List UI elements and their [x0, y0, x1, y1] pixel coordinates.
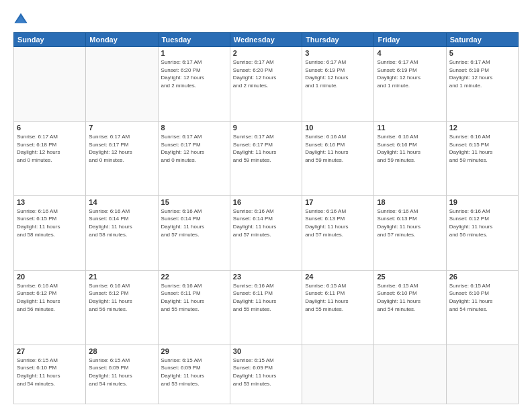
day-detail: Sunrise: 6:17 AMSunset: 6:19 PMDaylight:… [377, 58, 443, 89]
day-header-friday: Friday [374, 33, 446, 47]
day-number: 4 [377, 49, 443, 57]
day-detail: Sunrise: 6:17 AMSunset: 6:17 PMDaylight:… [89, 133, 154, 164]
day-header-monday: Monday [86, 33, 158, 47]
day-detail: Sunrise: 6:16 AMSunset: 6:16 PMDaylight:… [305, 133, 371, 164]
calendar-week-row: 1Sunrise: 6:17 AMSunset: 6:20 PMDaylight… [14, 47, 519, 122]
day-number: 5 [449, 49, 515, 57]
day-header-wednesday: Wednesday [230, 33, 302, 47]
table-row: 18Sunrise: 6:16 AMSunset: 6:13 PMDayligh… [374, 195, 446, 270]
day-detail: Sunrise: 6:15 AMSunset: 6:09 PMDaylight:… [233, 357, 299, 387]
table-row: 3Sunrise: 6:17 AMSunset: 6:19 PMDaylight… [302, 47, 374, 122]
day-number: 23 [233, 273, 299, 281]
day-detail: Sunrise: 6:15 AMSunset: 6:10 PMDaylight:… [17, 357, 83, 387]
day-number: 20 [17, 273, 83, 281]
table-row: 20Sunrise: 6:16 AMSunset: 6:12 PMDayligh… [14, 270, 86, 345]
table-row: 17Sunrise: 6:16 AMSunset: 6:13 PMDayligh… [302, 195, 374, 270]
table-row: 22Sunrise: 6:16 AMSunset: 6:11 PMDayligh… [158, 270, 230, 345]
day-number: 24 [305, 273, 371, 281]
day-detail: Sunrise: 6:15 AMSunset: 6:11 PMDaylight:… [305, 282, 371, 313]
table-row: 28Sunrise: 6:15 AMSunset: 6:09 PMDayligh… [86, 345, 158, 404]
day-detail: Sunrise: 6:15 AMSunset: 6:10 PMDaylight:… [449, 282, 515, 313]
day-number: 15 [161, 198, 227, 206]
day-detail: Sunrise: 6:16 AMSunset: 6:13 PMDaylight:… [305, 208, 371, 238]
day-number: 17 [305, 198, 371, 206]
day-number: 3 [305, 49, 371, 57]
day-detail: Sunrise: 6:16 AMSunset: 6:16 PMDaylight:… [377, 133, 443, 164]
day-number: 10 [305, 124, 371, 132]
day-detail: Sunrise: 6:17 AMSunset: 6:20 PMDaylight:… [233, 58, 299, 89]
table-row [14, 47, 86, 122]
table-row: 14Sunrise: 6:16 AMSunset: 6:14 PMDayligh… [86, 195, 158, 270]
day-header-tuesday: Tuesday [158, 33, 230, 47]
day-detail: Sunrise: 6:17 AMSunset: 6:18 PMDaylight:… [449, 58, 515, 89]
calendar-week-row: 27Sunrise: 6:15 AMSunset: 6:10 PMDayligh… [14, 345, 519, 404]
day-number: 28 [89, 347, 154, 355]
table-row: 4Sunrise: 6:17 AMSunset: 6:19 PMDaylight… [374, 47, 446, 122]
calendar-week-row: 13Sunrise: 6:16 AMSunset: 6:15 PMDayligh… [14, 195, 519, 270]
table-row [302, 345, 374, 404]
day-detail: Sunrise: 6:17 AMSunset: 6:18 PMDaylight:… [17, 133, 83, 164]
table-row: 19Sunrise: 6:16 AMSunset: 6:12 PMDayligh… [446, 195, 518, 270]
day-number: 11 [377, 124, 443, 132]
header [13, 12, 519, 27]
table-row: 1Sunrise: 6:17 AMSunset: 6:20 PMDaylight… [158, 47, 230, 122]
calendar-week-row: 20Sunrise: 6:16 AMSunset: 6:12 PMDayligh… [14, 270, 519, 345]
table-row [446, 345, 518, 404]
day-detail: Sunrise: 6:16 AMSunset: 6:15 PMDaylight:… [449, 133, 515, 164]
day-detail: Sunrise: 6:16 AMSunset: 6:12 PMDaylight:… [17, 282, 83, 313]
day-header-sunday: Sunday [14, 33, 86, 47]
table-row: 9Sunrise: 6:17 AMSunset: 6:17 PMDaylight… [230, 121, 302, 195]
calendar-table: SundayMondayTuesdayWednesdayThursdayFrid… [13, 32, 519, 404]
day-number: 29 [161, 347, 227, 355]
day-detail: Sunrise: 6:15 AMSunset: 6:09 PMDaylight:… [161, 357, 227, 387]
day-number: 22 [161, 273, 227, 281]
day-number: 14 [89, 198, 154, 206]
page: SundayMondayTuesdayWednesdayThursdayFrid… [0, 0, 532, 411]
table-row: 8Sunrise: 6:17 AMSunset: 6:17 PMDaylight… [158, 121, 230, 195]
table-row: 25Sunrise: 6:15 AMSunset: 6:10 PMDayligh… [374, 270, 446, 345]
day-detail: Sunrise: 6:16 AMSunset: 6:14 PMDaylight:… [233, 208, 299, 238]
day-number: 16 [233, 198, 299, 206]
day-detail: Sunrise: 6:16 AMSunset: 6:11 PMDaylight:… [161, 282, 227, 313]
calendar-header: SundayMondayTuesdayWednesdayThursdayFrid… [14, 33, 519, 47]
day-detail: Sunrise: 6:16 AMSunset: 6:11 PMDaylight:… [233, 282, 299, 313]
day-header-thursday: Thursday [302, 33, 374, 47]
table-row: 26Sunrise: 6:15 AMSunset: 6:10 PMDayligh… [446, 270, 518, 345]
day-detail: Sunrise: 6:16 AMSunset: 6:12 PMDaylight:… [89, 282, 154, 313]
day-number: 19 [449, 198, 515, 206]
logo-icon [13, 12, 28, 27]
table-row: 21Sunrise: 6:16 AMSunset: 6:12 PMDayligh… [86, 270, 158, 345]
day-detail: Sunrise: 6:15 AMSunset: 6:09 PMDaylight:… [89, 357, 154, 387]
day-detail: Sunrise: 6:16 AMSunset: 6:14 PMDaylight:… [89, 208, 154, 238]
table-row: 29Sunrise: 6:15 AMSunset: 6:09 PMDayligh… [158, 345, 230, 404]
day-number: 12 [449, 124, 515, 132]
day-number: 21 [89, 273, 154, 281]
table-row: 16Sunrise: 6:16 AMSunset: 6:14 PMDayligh… [230, 195, 302, 270]
table-row: 30Sunrise: 6:15 AMSunset: 6:09 PMDayligh… [230, 345, 302, 404]
day-number: 25 [377, 273, 443, 281]
table-row: 23Sunrise: 6:16 AMSunset: 6:11 PMDayligh… [230, 270, 302, 345]
day-detail: Sunrise: 6:16 AMSunset: 6:15 PMDaylight:… [17, 208, 83, 238]
table-row: 2Sunrise: 6:17 AMSunset: 6:20 PMDaylight… [230, 47, 302, 122]
day-number: 2 [233, 49, 299, 57]
day-number: 8 [161, 124, 227, 132]
day-number: 27 [17, 347, 83, 355]
day-header-saturday: Saturday [446, 33, 518, 47]
day-number: 30 [233, 347, 299, 355]
table-row: 6Sunrise: 6:17 AMSunset: 6:18 PMDaylight… [14, 121, 86, 195]
table-row [86, 47, 158, 122]
table-row: 24Sunrise: 6:15 AMSunset: 6:11 PMDayligh… [302, 270, 374, 345]
table-row: 12Sunrise: 6:16 AMSunset: 6:15 PMDayligh… [446, 121, 518, 195]
day-detail: Sunrise: 6:17 AMSunset: 6:17 PMDaylight:… [233, 133, 299, 164]
day-number: 7 [89, 124, 154, 132]
day-number: 13 [17, 198, 83, 206]
day-detail: Sunrise: 6:16 AMSunset: 6:14 PMDaylight:… [161, 208, 227, 238]
day-number: 9 [233, 124, 299, 132]
calendar-week-row: 6Sunrise: 6:17 AMSunset: 6:18 PMDaylight… [14, 121, 519, 195]
day-number: 1 [161, 49, 227, 57]
day-detail: Sunrise: 6:16 AMSunset: 6:13 PMDaylight:… [377, 208, 443, 238]
day-number: 26 [449, 273, 515, 281]
logo [13, 12, 31, 27]
calendar-body: 1Sunrise: 6:17 AMSunset: 6:20 PMDaylight… [14, 47, 519, 404]
table-row: 10Sunrise: 6:16 AMSunset: 6:16 PMDayligh… [302, 121, 374, 195]
